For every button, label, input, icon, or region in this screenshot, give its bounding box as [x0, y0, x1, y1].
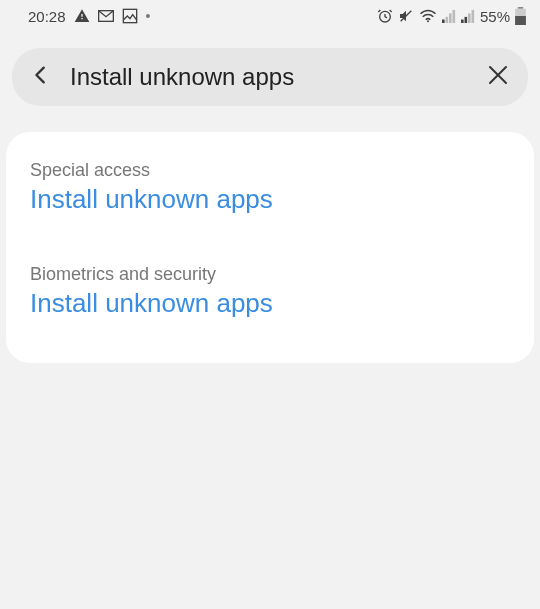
- svg-rect-4: [442, 20, 445, 24]
- svg-rect-10: [468, 13, 471, 23]
- back-button[interactable]: [30, 64, 52, 90]
- search-results-card: Special access Install unknown apps Biom…: [6, 132, 534, 363]
- gmail-icon: [98, 10, 114, 22]
- result-title: Install unknown apps: [30, 183, 510, 216]
- search-input[interactable]: Install unknown apps: [52, 63, 486, 91]
- signal-icon-1: [442, 9, 456, 23]
- svg-rect-14: [515, 16, 526, 25]
- svg-rect-8: [461, 20, 464, 24]
- svg-point-3: [427, 20, 429, 22]
- svg-rect-1: [123, 9, 136, 22]
- wifi-icon: [419, 9, 437, 23]
- status-bar: 20:28 • 55%: [0, 0, 540, 32]
- svg-rect-11: [471, 10, 474, 23]
- battery-icon: [515, 7, 526, 25]
- status-time: 20:28: [28, 8, 66, 25]
- search-header: Install unknown apps: [12, 48, 528, 106]
- clear-search-button[interactable]: [486, 63, 510, 91]
- svg-rect-6: [449, 13, 452, 23]
- result-category: Special access: [30, 160, 510, 181]
- svg-rect-9: [464, 17, 467, 23]
- mute-icon: [398, 8, 414, 24]
- svg-rect-5: [445, 17, 448, 23]
- more-notifications-icon: •: [146, 9, 151, 23]
- result-category: Biometrics and security: [30, 264, 510, 285]
- svg-rect-12: [518, 7, 523, 9]
- warning-icon: [74, 8, 90, 24]
- battery-percentage: 55%: [480, 8, 510, 25]
- search-result[interactable]: Special access Install unknown apps: [30, 154, 510, 234]
- alarm-icon: [377, 8, 393, 24]
- result-title: Install unknown apps: [30, 287, 510, 320]
- signal-icon-2: [461, 9, 475, 23]
- image-icon: [122, 8, 138, 24]
- svg-rect-7: [452, 10, 455, 23]
- search-result[interactable]: Biometrics and security Install unknown …: [30, 234, 510, 338]
